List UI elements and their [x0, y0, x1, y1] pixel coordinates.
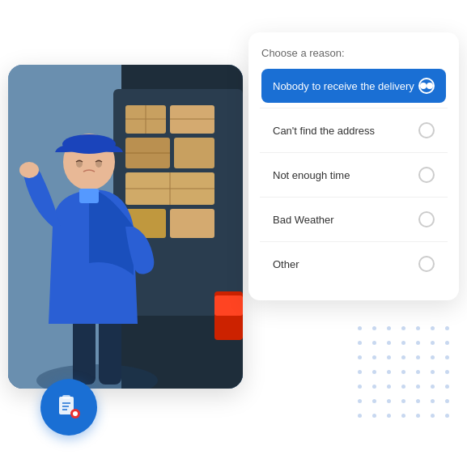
- divider-2: [260, 152, 448, 153]
- radio-option-other-label: Other: [273, 258, 299, 270]
- radio-option-weather-label: Bad Weather: [273, 214, 334, 226]
- svg-rect-19: [73, 316, 96, 385]
- svg-rect-17: [214, 295, 243, 316]
- radio-option-address[interactable]: Can't find the address: [261, 113, 446, 147]
- radio-circle-other: [418, 256, 435, 272]
- photo-card: [8, 65, 243, 389]
- reason-selection-card: Choose a reason: Nobody to receive the d…: [248, 32, 459, 300]
- radio-option-address-label: Can't find the address: [273, 125, 375, 137]
- radio-option-nobody[interactable]: Nobody to receive the delivery: [261, 69, 446, 103]
- card-title: Choose a reason:: [261, 47, 446, 59]
- radio-circle-time: [418, 167, 435, 183]
- divider-1: [260, 108, 448, 108]
- svg-point-33: [73, 411, 78, 416]
- radio-circle-weather: [418, 211, 435, 227]
- svg-point-21: [19, 162, 39, 178]
- delivery-photo: [8, 65, 243, 389]
- svg-rect-28: [62, 395, 70, 399]
- radio-circle-nobody: [418, 78, 435, 94]
- svg-rect-26: [79, 189, 99, 203]
- radio-option-nobody-label: Nobody to receive the delivery: [273, 80, 414, 92]
- package-scan-icon: [55, 393, 83, 421]
- radio-circle-address: [418, 122, 435, 138]
- scene: (function() { const grid = document.quer…: [0, 0, 467, 476]
- radio-option-other[interactable]: Other: [261, 247, 446, 281]
- divider-4: [260, 241, 448, 242]
- dot-grid-decoration: (function() { const grid = document.quer…: [354, 322, 451, 427]
- delivery-icon-badge: [40, 379, 97, 436]
- radio-option-time[interactable]: Not enough time: [261, 158, 446, 192]
- radio-option-time-label: Not enough time: [273, 169, 350, 181]
- svg-rect-20: [99, 316, 121, 385]
- divider-3: [260, 197, 448, 198]
- radio-option-weather[interactable]: Bad Weather: [261, 202, 446, 236]
- svg-rect-10: [174, 138, 214, 168]
- svg-rect-15: [170, 209, 214, 238]
